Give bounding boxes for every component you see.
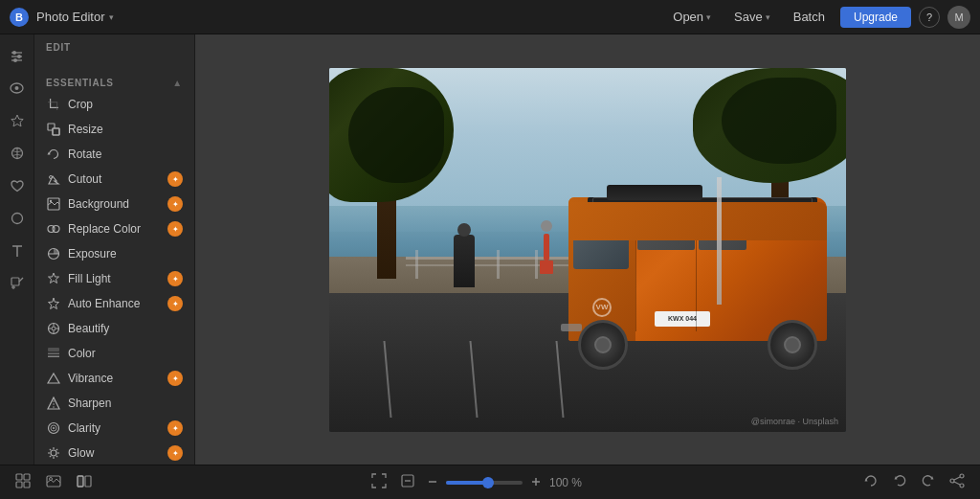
vibrance-label: Vibrance — [68, 372, 161, 385]
tool-item-replace-color[interactable]: Replace Color — [34, 216, 194, 241]
beautify-icon — [46, 321, 61, 336]
auto-enhance-icon — [46, 296, 61, 311]
person-1 — [454, 235, 475, 287]
svg-rect-40 — [48, 348, 59, 352]
svg-point-30 — [53, 226, 59, 233]
tool-item-crop[interactable]: Crop — [34, 92, 194, 117]
bottom-right-buttons — [859, 471, 969, 493]
sidebar-item-text[interactable] — [4, 238, 31, 264]
upgrade-button[interactable]: Upgrade — [840, 7, 911, 28]
sidebar-item-effects[interactable] — [4, 140, 31, 167]
tool-item-glow[interactable]: Glow — [34, 441, 194, 465]
sidebar-item-star[interactable] — [4, 107, 31, 134]
top-bar: B Photo Editor ▾ Open ▾ Save ▾ Batch Upg… — [0, 0, 980, 34]
batch-button[interactable]: Batch — [786, 6, 833, 28]
tool-item-vibrance[interactable]: Vibrance — [34, 366, 194, 391]
sharpen-label: Sharpen — [68, 397, 183, 410]
svg-line-57 — [50, 456, 51, 457]
svg-rect-42 — [48, 356, 59, 358]
sidebar-item-circle[interactable] — [4, 205, 31, 232]
fence-post-1 — [415, 250, 418, 279]
main-layout: EDIT Enhance DLX ESSENTIALS ▲ Crop Re — [0, 34, 980, 465]
bottom-compare-btn[interactable] — [73, 471, 96, 494]
actual-size-btn[interactable] — [396, 471, 419, 494]
exposure-label: Exposure — [68, 247, 183, 261]
share-btn[interactable] — [946, 471, 969, 493]
svg-rect-23 — [53, 128, 59, 135]
tool-item-background[interactable]: Background — [34, 192, 194, 216]
svg-line-54 — [50, 449, 51, 450]
vibrance-icon — [46, 371, 61, 386]
tool-item-clarity[interactable]: Clarity — [34, 416, 194, 441]
sidebar-item-eye[interactable] — [4, 75, 31, 102]
tool-item-exposure[interactable]: Exposure — [34, 241, 194, 266]
sidebar-item-sliders[interactable] — [4, 42, 31, 69]
rotate-left-btn[interactable] — [859, 471, 882, 493]
help-button[interactable]: ? — [919, 7, 940, 28]
save-button[interactable]: Save ▾ — [726, 6, 778, 28]
svg-rect-20 — [56, 102, 57, 110]
beautify-label: Beautify — [68, 322, 183, 335]
svg-rect-60 — [16, 474, 22, 480]
app-title-button[interactable]: Photo Editor ▾ — [36, 10, 114, 24]
zoom-controls: 100 % — [368, 471, 588, 494]
lamp-post — [717, 177, 722, 305]
svg-point-28 — [50, 200, 52, 202]
svg-point-48 — [53, 427, 55, 429]
sidebar-item-edit[interactable] — [4, 270, 31, 297]
svg-line-80 — [954, 482, 960, 485]
tool-item-beautify[interactable]: Beautify — [34, 316, 194, 341]
avatar[interactable]: M — [947, 6, 970, 29]
fence-post-4 — [535, 250, 538, 279]
svg-point-26 — [50, 176, 53, 179]
cutout-ai-badge — [167, 171, 183, 187]
tool-item-sharpen[interactable]: Sharpen — [34, 391, 194, 416]
svg-line-79 — [954, 477, 960, 480]
zoom-slider[interactable] — [446, 481, 523, 485]
replace-color-label: Replace Color — [68, 222, 161, 236]
open-chevron: ▾ — [706, 12, 711, 22]
tool-item-auto-enhance[interactable]: Auto Enhance — [34, 291, 194, 316]
svg-point-78 — [960, 484, 964, 488]
bottom-grid-btn[interactable] — [11, 471, 34, 494]
color-icon — [46, 346, 61, 361]
svg-line-55 — [56, 456, 57, 457]
cutout-icon — [46, 171, 61, 187]
replace-color-icon — [46, 221, 61, 237]
tool-item-color[interactable]: Color — [34, 341, 194, 366]
tool-item-cutout[interactable]: Cutout — [34, 167, 194, 192]
color-label: Color — [68, 347, 183, 360]
photo-canvas: VW KWX 044 — [329, 68, 846, 432]
tool-item-rotate[interactable]: Rotate — [34, 142, 194, 167]
vw-bus: VW KWX 044 — [549, 183, 827, 374]
svg-rect-67 — [85, 476, 91, 487]
tool-item-fill-light[interactable]: Fill Light — [34, 266, 194, 291]
svg-point-76 — [960, 474, 964, 478]
svg-marker-32 — [49, 273, 59, 284]
crop-icon — [46, 97, 61, 112]
tool-item-resize[interactable]: Resize — [34, 117, 194, 142]
rotate-icon — [46, 147, 61, 162]
app-logo: B — [10, 8, 29, 27]
sidebar-item-heart[interactable] — [4, 172, 31, 199]
fill-light-icon — [46, 271, 61, 286]
undo-btn[interactable] — [888, 471, 911, 493]
zoom-in-btn[interactable] — [528, 473, 544, 492]
fit-to-screen-btn[interactable] — [368, 471, 390, 494]
redo-btn[interactable] — [917, 471, 940, 493]
bottom-image-btn[interactable] — [42, 471, 65, 494]
zoom-out-btn[interactable] — [425, 473, 440, 492]
svg-point-1 — [12, 51, 16, 55]
svg-rect-18 — [50, 99, 51, 107]
glow-ai-badge — [167, 445, 183, 461]
exposure-icon — [46, 246, 61, 261]
svg-rect-62 — [16, 482, 22, 488]
fill-light-ai-badge — [167, 271, 183, 286]
open-button[interactable]: Open ▾ — [665, 6, 719, 28]
svg-point-3 — [17, 55, 21, 58]
background-ai-badge — [167, 196, 183, 212]
essentials-collapse-btn[interactable]: ▲ — [172, 78, 183, 88]
background-icon — [46, 196, 61, 212]
svg-point-35 — [52, 327, 56, 330]
glow-icon — [46, 445, 61, 461]
